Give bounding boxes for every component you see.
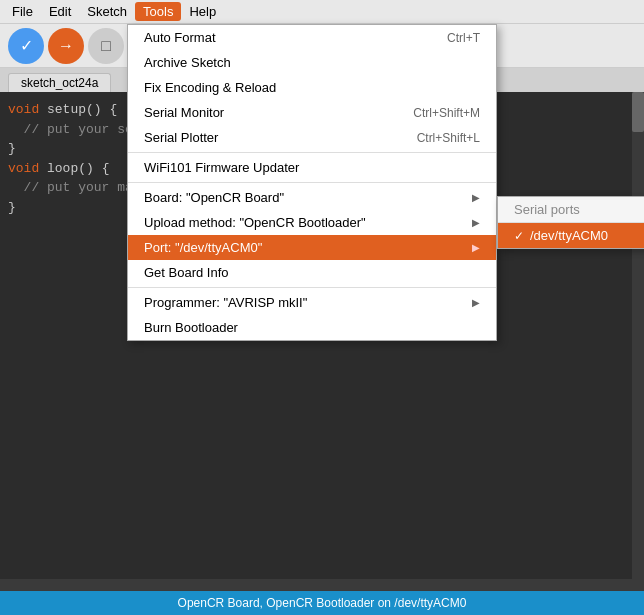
menu-programmer-arrow: ▶	[472, 297, 480, 308]
menu-fix-encoding[interactable]: Fix Encoding & Reload	[128, 75, 496, 100]
menu-upload-method[interactable]: Upload method: "OpenCR Bootloader" ▶	[128, 210, 496, 235]
scrollbar-vertical[interactable]	[632, 92, 644, 591]
menu-burn-bootloader-label: Burn Bootloader	[144, 320, 238, 335]
status-bar: OpenCR Board, OpenCR Bootloader on /dev/…	[0, 591, 644, 615]
scrollbar-horizontal[interactable]	[0, 579, 632, 591]
upload-button[interactable]: →	[48, 28, 84, 64]
serial-port-item-0[interactable]: ✓ /dev/ttyACM0	[498, 223, 644, 248]
menu-fix-encoding-label: Fix Encoding & Reload	[144, 80, 276, 95]
menu-edit[interactable]: Edit	[41, 2, 79, 21]
menu-serial-monitor[interactable]: Serial Monitor Ctrl+Shift+M	[128, 100, 496, 125]
menu-burn-bootloader[interactable]: Burn Bootloader	[128, 315, 496, 340]
scrollbar-thumb[interactable]	[632, 92, 644, 132]
separator-3	[128, 287, 496, 288]
menu-upload-method-arrow: ▶	[472, 217, 480, 228]
menu-tools[interactable]: Tools	[135, 2, 181, 21]
menu-board-arrow: ▶	[472, 192, 480, 203]
menu-help[interactable]: Help	[181, 2, 224, 21]
serial-ports-submenu: Serial ports ✓ /dev/ttyACM0	[497, 196, 644, 249]
menu-board[interactable]: Board: "OpenCR Board" ▶	[128, 185, 496, 210]
menu-auto-format-shortcut: Ctrl+T	[447, 31, 480, 45]
menu-serial-plotter[interactable]: Serial Plotter Ctrl+Shift+L	[128, 125, 496, 150]
menu-wifi101-label: WiFi101 Firmware Updater	[144, 160, 299, 175]
menu-get-board-info[interactable]: Get Board Info	[128, 260, 496, 285]
menu-port[interactable]: Port: "/dev/ttyACM0" ▶	[128, 235, 496, 260]
checkmark-icon: ✓	[514, 229, 524, 243]
menu-bar: File Edit Sketch Tools Help	[0, 0, 644, 24]
menu-port-arrow: ▶	[472, 242, 480, 253]
verify-button[interactable]: ✓	[8, 28, 44, 64]
menu-archive-sketch[interactable]: Archive Sketch	[128, 50, 496, 75]
menu-serial-monitor-shortcut: Ctrl+Shift+M	[413, 106, 480, 120]
menu-board-label: Board: "OpenCR Board"	[144, 190, 284, 205]
menu-sketch[interactable]: Sketch	[79, 2, 135, 21]
menu-serial-plotter-label: Serial Plotter	[144, 130, 218, 145]
menu-programmer[interactable]: Programmer: "AVRISP mkII" ▶	[128, 290, 496, 315]
menu-upload-method-label: Upload method: "OpenCR Bootloader"	[144, 215, 366, 230]
status-text: OpenCR Board, OpenCR Bootloader on /dev/…	[178, 596, 467, 610]
serial-port-label-0: /dev/ttyACM0	[530, 228, 608, 243]
new-button[interactable]: □	[88, 28, 124, 64]
menu-serial-monitor-label: Serial Monitor	[144, 105, 224, 120]
app-window: File Edit Sketch Tools Help ✓ → □ ↑ ↓ sk…	[0, 0, 644, 615]
sketch-tab[interactable]: sketch_oct24a	[8, 73, 111, 92]
separator-1	[128, 152, 496, 153]
tools-dropdown: Auto Format Ctrl+T Archive Sketch Fix En…	[127, 24, 497, 341]
menu-programmer-label: Programmer: "AVRISP mkII"	[144, 295, 307, 310]
menu-serial-plotter-shortcut: Ctrl+Shift+L	[417, 131, 480, 145]
serial-ports-header: Serial ports	[498, 197, 644, 223]
menu-auto-format[interactable]: Auto Format Ctrl+T	[128, 25, 496, 50]
menu-file[interactable]: File	[4, 2, 41, 21]
menu-get-board-info-label: Get Board Info	[144, 265, 229, 280]
menu-auto-format-label: Auto Format	[144, 30, 216, 45]
separator-2	[128, 182, 496, 183]
menu-port-label: Port: "/dev/ttyACM0"	[144, 240, 262, 255]
menu-wifi101[interactable]: WiFi101 Firmware Updater	[128, 155, 496, 180]
menu-archive-sketch-label: Archive Sketch	[144, 55, 231, 70]
